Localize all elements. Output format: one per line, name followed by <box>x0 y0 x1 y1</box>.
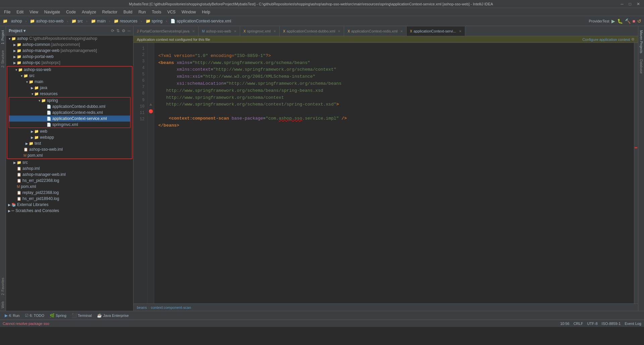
tree-item-spring[interactable]: ▾ 📁 spring <box>9 97 130 104</box>
code-content[interactable]: <?xml version="1.0" encoding="ISO-8859-1… <box>154 43 634 303</box>
todo-tool-button[interactable]: ☑ 6: TODO <box>23 313 46 319</box>
nav-ashop[interactable]: ashop <box>9 18 24 24</box>
tab-service-xml[interactable]: X applicationContext-servi... ✕ <box>407 26 465 36</box>
tree-item-log3[interactable]: ▶ 📋 hs_err_pid18940.log <box>6 196 133 202</box>
tree-item-ashop-rpc[interactable]: ▶ 📁 ashop-rpc [ashoprpc] <box>6 60 133 66</box>
tree-item-test[interactable]: ▶ 📁 test <box>7 140 132 146</box>
tree-item-resources[interactable]: ▾ 📁 resources <box>7 91 132 97</box>
tree-item-manager-iml[interactable]: ▶ 📋 ashop-manager-web.iml <box>6 171 133 178</box>
nav-ashop-sso-web[interactable]: 📁 ashop-sso-web <box>28 18 65 24</box>
tree-item-src[interactable]: ▾ 📁 src <box>7 73 132 79</box>
rerun-button[interactable]: ↺ <box>637 18 641 24</box>
tab-close-icon[interactable]: ✕ <box>338 29 340 33</box>
settings-icon[interactable]: ⚙ <box>631 37 635 42</box>
right-tab-database[interactable]: Database <box>639 57 644 76</box>
menu-item-window[interactable]: Window <box>179 9 199 15</box>
menu-item-run[interactable]: Run <box>136 9 149 15</box>
minimize-panel-icon[interactable]: ─ <box>127 28 130 33</box>
tab-ashop-sso-web[interactable]: M ashop-sso-web ✕ <box>199 26 240 36</box>
minimize-button[interactable]: ─ <box>619 2 625 6</box>
nav-src[interactable]: 📁 src <box>69 18 85 24</box>
menu-item-help[interactable]: Help <box>199 9 213 15</box>
sidebar-tab-structure[interactable]: 2: Structure <box>0 48 5 70</box>
tab-dubbo-xml[interactable]: X applicationContext-dubbo.xml ✕ <box>280 26 344 36</box>
tree-item-sso-pom[interactable]: ▶ M pom.xml <box>7 152 132 158</box>
menu-item-analyze[interactable]: Analyze <box>79 9 99 15</box>
tree-item-scratches[interactable]: ▶ ✏ Scratches and Consoles <box>6 208 133 214</box>
tree-item-external-libs[interactable]: ▶ 📚 External Libraries <box>6 202 133 208</box>
maximize-button[interactable]: □ <box>628 2 633 6</box>
tree-item-redis-xml[interactable]: ▶ 📄 applicationContext-redis.xml <box>9 110 130 116</box>
tree-item-web[interactable]: ▶ 📁 web <box>7 128 132 134</box>
tree-item-webapp[interactable]: ▶ 📁 webapp <box>7 134 132 140</box>
run-tool-button[interactable]: ▶ 4: Run <box>3 313 21 319</box>
run-controls: ProviderTest ▶ 🐛 🔨 ■ ↺ <box>589 18 641 24</box>
menu-item-edit[interactable]: Edit <box>14 9 26 15</box>
sidebar-tab-web[interactable]: Web <box>0 299 5 311</box>
status-time[interactable]: 10:56 <box>560 322 570 326</box>
menu-item-tools[interactable]: Tools <box>149 9 164 15</box>
debug-button[interactable]: 🐛 <box>617 18 623 24</box>
menu-item-refactor[interactable]: Refactor <box>100 9 120 15</box>
nav-spring[interactable]: 📁 spring <box>144 18 165 24</box>
configure-context-link[interactable]: Configure application context <box>582 38 630 42</box>
breadcrumb-beans[interactable]: beans <box>137 305 147 309</box>
run-button[interactable]: ▶ <box>611 18 615 24</box>
code-editor[interactable]: 1 2 3 4 5 6 7 8 9 10 11 12 <box>133 43 638 303</box>
tree-item-dubbo-xml[interactable]: ▶ 📄 applicationContext-dubbo.xml <box>9 104 130 110</box>
status-encoding-utf8[interactable]: UTF-8 <box>587 322 597 326</box>
stop-button[interactable]: ■ <box>633 18 635 24</box>
tree-item-main[interactable]: ▾ 📁 main <box>7 79 132 85</box>
tab-close-icon[interactable]: ✕ <box>273 29 276 33</box>
tree-item-java[interactable]: ▶ 📁 java <box>7 85 132 91</box>
menu-item-code[interactable]: Code <box>63 9 78 15</box>
nav-main[interactable]: 📁 main <box>89 18 108 24</box>
spring-tool-button[interactable]: 🌿 Spring <box>48 313 68 319</box>
tab-portal-java[interactable]: J PortalContentServiceImpl.java ✕ <box>133 26 199 36</box>
right-tab-maven[interactable]: Maven Projects <box>639 27 644 56</box>
tree-item-ashop[interactable]: ▾ 📁 ashop C:\githubRepositories\shopping… <box>6 36 133 42</box>
status-event-log[interactable]: Event Log <box>625 322 641 326</box>
sync-icon[interactable]: ⟳ <box>111 28 114 33</box>
menu-item-view[interactable]: View <box>27 9 41 15</box>
tree-item-ashop-manager-web[interactable]: ▶ 📁 ashop-manager-web [ashopmanagerweb] <box>6 48 133 54</box>
tab-close-icon[interactable]: ✕ <box>234 29 236 33</box>
tab-close-icon[interactable]: ✕ <box>400 29 403 33</box>
nav-resources[interactable]: 📁 resources <box>112 18 140 24</box>
tree-item-src-top[interactable]: ▶ 📁 src <box>6 159 133 165</box>
tree-item-log2[interactable]: ▶ 📋 replay_pid22368.log <box>6 190 133 196</box>
tab-springmvc[interactable]: X springmvc.xml ✕ <box>240 26 280 36</box>
status-encoding-iso[interactable]: ISO-8859-1 <box>602 322 621 326</box>
settings-icon[interactable]: ⚙ <box>122 28 125 33</box>
breadcrumb-component-scan[interactable]: context:component-scan <box>151 305 191 309</box>
line-number: 6 <box>138 78 145 84</box>
status-line-ending[interactable]: CRLF <box>574 322 583 326</box>
java-enterprise-tool-button[interactable]: ☕ Java Enterprise <box>95 313 130 319</box>
close-button[interactable]: ✕ <box>635 2 641 6</box>
tab-redis-xml[interactable]: X applicationContext-redis.xml ✕ <box>344 26 407 36</box>
tree-item-ashop-sso-web[interactable]: ▾ 📁 ashop-sso-web <box>7 67 132 73</box>
build-button[interactable]: 🔨 <box>625 18 631 24</box>
tree-item-ashop-portal-web[interactable]: ▶ 📁 ashop-portal-web <box>6 54 133 60</box>
nav-item[interactable]: 📁 <box>3 19 8 23</box>
tree-item-ashop-iml[interactable]: ▶ 📋 ashop.iml <box>6 165 133 171</box>
tree-item-service-xml[interactable]: ▶ 📄 applicationContext-service.xml <box>9 116 130 122</box>
tab-close-icon[interactable]: ✕ <box>192 29 195 33</box>
filter-icon[interactable]: ⇅ <box>116 28 120 33</box>
tree-item-root-pom[interactable]: ▶ M pom.xml <box>6 184 133 190</box>
project-title: Project ▾ <box>9 28 25 33</box>
menu-item-build[interactable]: Build <box>121 9 135 15</box>
menu-item-navigate[interactable]: Navigate <box>42 9 63 15</box>
tree-item-ashop-common[interactable]: ▶ 📁 ashop-common [ashopcommon] <box>6 42 133 48</box>
sidebar-tab-favorites[interactable]: 2: Favorites <box>0 275 5 298</box>
nav-file[interactable]: 📄 applicationContext-service.xml <box>168 18 233 24</box>
menu-item-file[interactable]: File <box>1 9 13 15</box>
tree-item-log1[interactable]: ▶ 📋 hs_err_pid22368.log <box>6 178 133 184</box>
terminal-tool-button[interactable]: ⬛ Terminal <box>70 313 94 319</box>
tree-item-sso-iml[interactable]: ▶ 📋 ashop-sso-web.iml <box>7 146 132 152</box>
tree-item-springmvc-xml[interactable]: ▶ 📄 springmvc.xml <box>9 122 130 128</box>
sidebar-tab-project[interactable]: 1: Project <box>0 27 5 47</box>
tab-close-icon[interactable]: ✕ <box>459 29 462 33</box>
terminal-icon: ⬛ <box>72 313 77 318</box>
menu-item-vcs[interactable]: VCS <box>165 9 178 15</box>
